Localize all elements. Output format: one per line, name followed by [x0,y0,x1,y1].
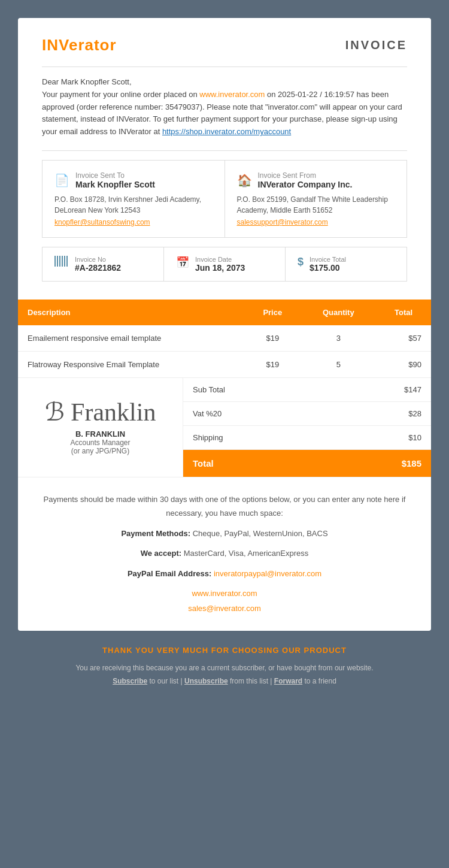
bill-from-label: Invoice Sent From [258,171,353,180]
payment-methods: Payment Methods: Cheque, PayPal, Western… [36,527,413,540]
footer-thankyou: THANK YOU VERY MUCH FOR CHOOSING OUR PRO… [30,646,419,655]
total-label: Total [193,458,214,468]
payment-info: Payments should be made within 30 days w… [36,492,413,521]
row1-price: $19 [244,325,301,352]
meta-invoice-total: $ Invoice Total $175.00 [285,247,406,281]
table-row: Flatroway Responsive Email Template $19 … [18,351,431,377]
bill-from-header: 🏠 Invoice Sent From INVerator Company In… [237,171,395,189]
bill-from-email[interactable]: salessupport@inverator.com [237,218,395,226]
website-links: www.inverator.com sales@inverator.com [36,586,413,616]
document-icon: 📄 [54,173,69,187]
invoice-total-label: Invoice Total [310,256,346,263]
payment-accept-label: We accept: [141,549,181,558]
row1-description: Emailement responsive email template [18,325,244,352]
bill-from-address: P.O. Box 25199, Gandalf The White Leader… [237,194,395,216]
bill-to-address: P.O. Box 18728, Irvin Kershner Jedi Acad… [54,194,213,216]
bill-to-header: 📄 Invoice Sent To Mark Knopfler Scott [54,171,213,189]
brand-v: V [59,36,69,54]
total-final-row: Total $185 [183,450,431,477]
address-section: 📄 Invoice Sent To Mark Knopfler Scott P.… [42,160,407,238]
website-link-footer[interactable]: www.inverator.com [36,586,413,601]
row1-quantity: 3 [301,325,376,352]
vat-value: $28 [408,409,421,418]
subtotal-label: Sub Total [193,385,225,394]
shipping-label: Shipping [193,433,223,442]
payment-section: Payments should be made within 30 days w… [18,477,431,631]
header-divider [42,66,407,67]
salutation: Dear Mark Knopfler Scott, [42,76,407,89]
invoice-header: INVerator INVOICE [42,36,407,55]
bill-to-box: 📄 Invoice Sent To Mark Knopfler Scott P.… [43,161,224,237]
footer-notice: You are receiving this because you are a… [30,664,419,672]
payment-paypal: PayPal Email Address: inveratorpaypal@in… [36,567,413,580]
meta-invoice-no: Invoice No #A-2821862 [43,247,163,281]
section-divider-1 [42,150,407,151]
signature-name: B. FRANKLIN [75,430,125,438]
shipping-row: Shipping $10 [183,426,431,450]
invoice-date-value: Jun 18, 2073 [195,263,245,273]
brand-text-2: erator [69,36,117,54]
row2-description: Flatroway Responsive Email Template [18,351,244,377]
unsubscribe-link[interactable]: Unsubscribe [184,677,228,685]
barcode-icon [54,256,69,267]
bill-from-name: INVerator Company Inc. [258,180,353,189]
signature-subtitle: (or any JPG/PNG) [71,447,129,455]
paypal-email[interactable]: inveratorpaypal@inverator.com [214,569,321,578]
website-link[interactable]: www.inverator.com [199,90,265,99]
brand-logo: INVerator [42,36,117,55]
bill-from-box: 🏠 Invoice Sent From INVerator Company In… [224,161,407,237]
col-price: Price [244,300,301,325]
signature-box: ℬ Franklin B. FRANKLIN Accounts Manager … [18,378,183,477]
unsubscribe-separator: from this list | [228,677,274,685]
col-description: Description [18,300,244,325]
vat-row: Vat %20 $28 [183,402,431,426]
invoice-date-label: Invoice Date [195,256,245,263]
row2-total: $90 [376,351,431,377]
totals-section: ℬ Franklin B. FRANKLIN Accounts Manager … [18,377,431,477]
invoice-no-value: #A-2821862 [75,263,121,273]
payment-methods-label: Payment Methods: [121,529,190,538]
row2-price: $19 [244,351,301,377]
signature-title: Accounts Manager [70,438,130,447]
invoice-no-label: Invoice No [75,256,121,263]
subscribe-link[interactable]: Subscribe [113,677,147,685]
paypal-label: PayPal Email Address: [128,569,211,578]
table-header: Description Price Quantity Total [18,300,431,325]
forward-separator: to a friend [302,677,336,685]
brand-text-1: IN [42,36,59,54]
sales-email-link[interactable]: sales@inverator.com [36,601,413,616]
bill-to-label: Invoice Sent To [75,171,155,180]
signup-link[interactable]: https://shop.inverator.com/myaccount [162,127,291,136]
row1-total: $57 [376,325,431,352]
calendar-icon: 📅 [176,256,189,269]
vat-label: Vat %20 [193,409,222,418]
invoice-table: Description Price Quantity Total Emailem… [18,300,431,377]
subscribe-separator: to our list | [147,677,184,685]
email-footer: THANK YOU VERY MUCH FOR CHOOSING OUR PRO… [18,631,431,700]
bill-to-email[interactable]: knopfler@sultansofswing.com [54,218,213,226]
greeting-section: Dear Mark Knopfler Scott, Your payment f… [42,76,407,138]
invoice-title: INVOICE [345,38,407,52]
signature-image: ℬ Franklin [45,400,156,425]
meta-invoice-date: 📅 Invoice Date Jun 18, 2073 [163,247,285,281]
footer-links: Subscribe to our list | Unsubscribe from… [30,677,419,685]
total-value: $185 [402,458,421,468]
row2-quantity: 5 [301,351,376,377]
bill-to-name: Mark Knopfler Scott [75,180,155,189]
subtotal-value: $147 [404,385,421,394]
subtotal-row: Sub Total $147 [183,378,431,402]
totals-box: Sub Total $147 Vat %20 $28 Shipping $10 … [183,378,431,477]
home-icon: 🏠 [237,173,252,187]
payment-accept: We accept: MasterCard, Visa, AmericanExp… [36,546,413,560]
invoice-meta: Invoice No #A-2821862 📅 Invoice Date Jun… [42,247,407,282]
col-total: Total [376,300,431,325]
col-quantity: Quantity [301,300,376,325]
payment-methods-value: Cheque, PayPal, WesternUnion, BACS [193,529,328,538]
invoice-total-value: $175.00 [310,263,346,273]
forward-link[interactable]: Forward [274,677,302,685]
dollar-icon: $ [298,256,304,268]
table-row: Emailement responsive email template $19… [18,325,431,352]
payment-accept-value: MasterCard, Visa, AmericanExpress [184,549,309,558]
shipping-value: $10 [408,433,421,442]
greeting-body: Your payment for your online order place… [42,89,407,138]
